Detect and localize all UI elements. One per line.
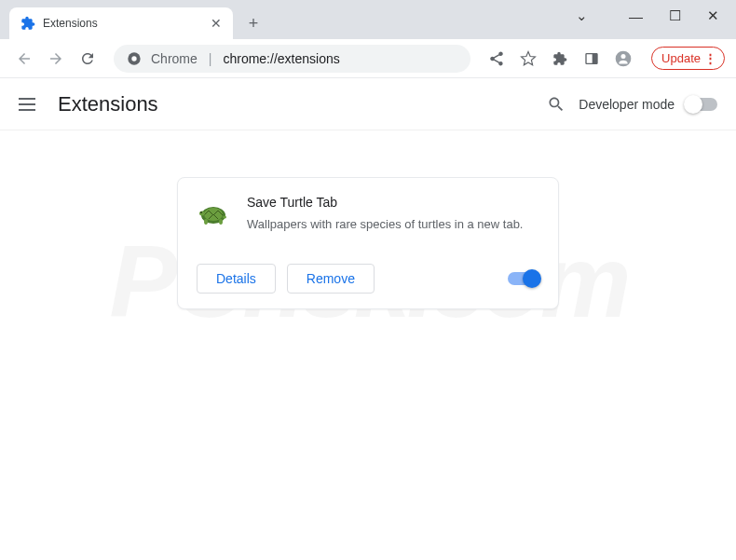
extension-card: Save Turtle Tab Wallpapers with rare spe… <box>177 177 559 309</box>
sidepanel-icon[interactable] <box>582 49 601 68</box>
close-window-button[interactable]: ✕ <box>707 7 719 24</box>
content-area: Save Turtle Tab Wallpapers with rare spe… <box>0 130 736 309</box>
developer-mode-label: Developer mode <box>579 97 675 112</box>
svg-rect-3 <box>593 53 597 63</box>
forward-button[interactable] <box>43 46 69 72</box>
svg-point-10 <box>204 219 208 225</box>
window-controls: ⌄ — ☐ ✕ <box>576 7 719 24</box>
toolbar-actions: Update ⋮ <box>487 47 725 70</box>
puzzle-icon <box>20 16 35 31</box>
browser-toolbar: Chrome | chrome://extensions Update ⋮ <box>0 39 736 78</box>
chevron-down-icon[interactable]: ⌄ <box>576 7 588 24</box>
url-scheme: Chrome <box>151 51 198 66</box>
extension-description: Wallpapers with rare species of turtles … <box>247 215 539 234</box>
update-label: Update <box>661 51 701 65</box>
share-icon[interactable] <box>487 49 506 68</box>
hamburger-menu-button[interactable] <box>19 93 41 116</box>
remove-button[interactable]: Remove <box>287 264 375 294</box>
reload-button[interactable] <box>75 46 101 72</box>
page-header: Extensions Developer mode <box>0 78 736 130</box>
details-button[interactable]: Details <box>197 264 276 294</box>
svg-point-8 <box>199 212 205 216</box>
menu-dots-icon: ⋮ <box>704 51 715 65</box>
address-bar[interactable]: Chrome | chrome://extensions <box>114 45 470 73</box>
search-button[interactable] <box>545 93 567 116</box>
svg-point-5 <box>621 54 626 59</box>
minimize-button[interactable]: — <box>629 8 643 24</box>
svg-point-1 <box>131 56 136 61</box>
url-path: chrome://extensions <box>223 51 339 66</box>
url-separator: | <box>209 51 212 66</box>
svg-point-9 <box>200 212 202 213</box>
developer-mode-toggle[interactable] <box>686 98 717 111</box>
maximize-button[interactable]: ☐ <box>669 7 681 24</box>
tab-title: Extensions <box>43 17 203 30</box>
back-button[interactable] <box>11 46 37 72</box>
extensions-icon[interactable] <box>551 49 569 68</box>
extension-enable-toggle[interactable] <box>508 272 539 285</box>
chrome-icon <box>127 51 142 66</box>
browser-tab[interactable]: Extensions ✕ <box>9 7 233 39</box>
page-title: Extensions <box>58 92 158 116</box>
bookmark-icon[interactable] <box>519 49 538 68</box>
update-button[interactable]: Update ⋮ <box>651 47 725 70</box>
extension-name: Save Turtle Tab <box>247 195 539 210</box>
close-tab-button[interactable]: ✕ <box>211 16 222 31</box>
turtle-icon <box>197 197 230 230</box>
new-tab-button[interactable]: + <box>240 10 266 36</box>
profile-icon[interactable] <box>614 49 633 68</box>
svg-point-11 <box>219 219 223 225</box>
svg-point-12 <box>223 216 226 219</box>
